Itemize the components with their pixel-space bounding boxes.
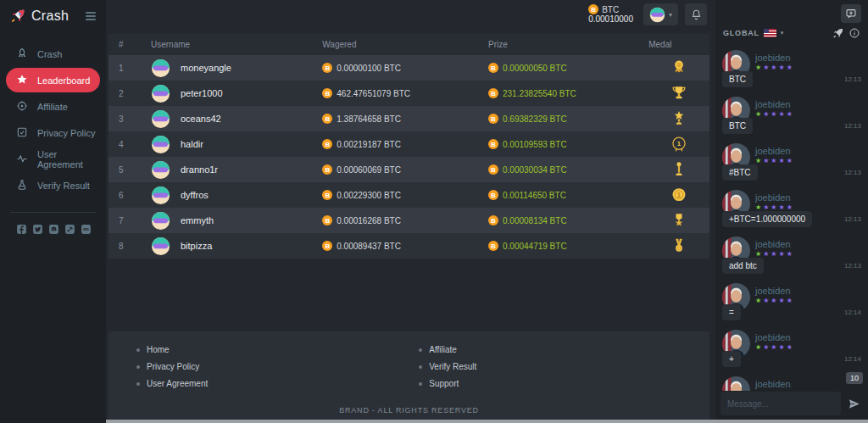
player-avatar <box>151 211 170 231</box>
chat-username[interactable]: joebiden <box>755 332 794 342</box>
player-avatar <box>151 135 170 154</box>
btc-coin-icon: B <box>588 4 598 14</box>
chat-bubble: +BTC=1.000000000 <box>722 211 812 227</box>
chat-input[interactable] <box>721 392 841 415</box>
horizontal-scrollbar[interactable] <box>106 420 868 423</box>
svg-text:MD: MD <box>83 227 89 231</box>
chat-avatar <box>722 376 750 391</box>
btc-coin-icon: B <box>488 190 498 200</box>
user-rating-stars: ★★★★★ <box>755 297 794 304</box>
prize-cell: B0.00114650 BTC <box>488 190 648 200</box>
footer-link-home[interactable]: Home <box>136 345 419 354</box>
chat-username[interactable]: joebiden <box>755 239 794 249</box>
pulse-icon <box>16 153 28 166</box>
message-timestamp: 12:14 <box>844 355 861 363</box>
player-avatar <box>151 84 170 103</box>
brand-logo[interactable]: Crash <box>0 0 106 27</box>
chat-username[interactable]: joebiden <box>755 286 794 296</box>
footer-link-support[interactable]: Support <box>419 379 476 388</box>
chat-username[interactable]: joebiden <box>755 146 794 156</box>
btc-coin-icon: B <box>322 88 332 98</box>
brand-name: Crash <box>31 8 69 24</box>
btc-coin-icon: B <box>322 63 332 73</box>
medium-icon[interactable]: MD <box>81 224 92 235</box>
leaderboard-table: # Username Wagered Prize Medal 1moneyang… <box>108 34 709 259</box>
sidebar-item-crash[interactable]: Crash <box>0 41 106 67</box>
btc-coin-icon: B <box>322 164 332 175</box>
sidebar-item-privacy-policy[interactable]: Privacy Policy <box>0 120 106 146</box>
wagered-cell: B462.47651079 BTC <box>322 88 488 98</box>
table-row: 3oceans42B1.38764658 BTCB0.69382329 BTC <box>108 106 709 131</box>
chat-panel: GLOBAL ▾ joebiden★★★★★BTC12:13joebiden★★… <box>715 0 868 423</box>
bullet-icon <box>419 348 422 352</box>
chat-toggle-button[interactable] <box>841 4 861 23</box>
footer-links-left: HomePrivacy PolicyUser Agreement <box>136 345 419 396</box>
prize-cell: B0.00000050 BTC <box>488 63 648 73</box>
table-row: 6dyffrosB0.00229300 BTCB0.00114650 BTC1 <box>108 182 709 208</box>
profile-menu-button[interactable]: ▾ <box>643 3 678 25</box>
col-medal: Medal <box>648 40 709 49</box>
medal-circle-one-icon: 1 <box>648 135 709 153</box>
us-flag-icon[interactable] <box>764 29 776 37</box>
player-avatar <box>151 237 170 256</box>
table-row: 7emmythB0.00016268 BTCB0.00008134 BTC <box>108 208 709 233</box>
message-timestamp: 12:13 <box>844 262 861 270</box>
flask-icon <box>16 179 28 192</box>
twitter-icon[interactable] <box>32 224 43 235</box>
sidebar-item-label: Affiliate <box>37 102 68 112</box>
chat-rocket-icon[interactable] <box>832 27 844 39</box>
wagered-cell: B0.00060069 BTC <box>322 164 488 175</box>
user-rating-stars: ★★★★★ <box>755 203 794 211</box>
prize-cell: B0.69382329 BTC <box>488 114 648 124</box>
chevron-down-icon: ▾ <box>781 30 784 36</box>
sidebar-item-user-agreement[interactable]: User Agreement <box>0 146 106 172</box>
info-icon[interactable] <box>849 27 860 39</box>
menu-toggle-icon[interactable] <box>84 10 97 22</box>
btc-coin-icon: B <box>488 164 498 175</box>
steam-icon[interactable] <box>64 224 75 235</box>
chat-username[interactable]: joebiden <box>755 53 794 63</box>
balance-currency: BTC <box>602 5 619 15</box>
unread-badge[interactable]: 10 <box>846 372 863 384</box>
chat-messages[interactable]: joebiden★★★★★BTC12:13joebiden★★★★★BTC12:… <box>715 45 868 391</box>
footer-link-privacy-policy[interactable]: Privacy Policy <box>136 362 419 371</box>
player-avatar <box>151 58 170 78</box>
medal-ribbon-medal-icon <box>648 237 709 255</box>
footer-link-verify-result[interactable]: Verify Result <box>419 362 476 371</box>
checkbox-icon <box>16 126 28 140</box>
user-rating-stars: ★★★★★ <box>755 390 794 391</box>
footer-link-affiliate[interactable]: Affiliate <box>419 345 476 354</box>
facebook-icon[interactable] <box>16 224 27 235</box>
btc-coin-icon: B <box>322 114 332 124</box>
chat-message: joebiden★★★★★BTC12:13 <box>722 50 861 92</box>
sidebar-item-affiliate[interactable]: Affiliate <box>0 93 106 120</box>
svg-text:1: 1 <box>677 191 682 199</box>
rocket-logo-icon <box>10 8 26 24</box>
chat-username[interactable]: joebiden <box>755 192 794 203</box>
chat-channel-label[interactable]: GLOBAL <box>723 29 760 37</box>
bullet-icon <box>136 365 140 369</box>
send-button[interactable] <box>843 392 865 415</box>
chat-username[interactable]: joebiden <box>755 379 794 389</box>
btc-coin-icon: B <box>488 241 498 251</box>
notifications-button[interactable] <box>685 3 707 25</box>
username-cell: peter1000 <box>151 84 322 103</box>
table-row: 4haldirB0.00219187 BTCB0.00109593 BTC1 <box>108 131 709 157</box>
col-username: Username <box>151 40 322 49</box>
chat-message: joebiden★★★★★=12:14 <box>722 283 861 326</box>
btc-coin-icon: B <box>322 139 332 149</box>
table-header: # Username Wagered Prize Medal <box>108 34 709 55</box>
footer-link-user-agreement[interactable]: User Agreement <box>136 379 419 388</box>
sidebar-item-verify-result[interactable]: Verify Result <box>0 172 106 198</box>
user-avatar <box>649 7 665 23</box>
chat-bubble-plus-icon <box>845 8 857 19</box>
chat-bubble: = <box>722 304 741 320</box>
chat-bubble: BTC <box>722 71 753 87</box>
user-rating-stars: ★★★★★ <box>755 157 794 164</box>
discord-icon[interactable] <box>48 224 59 235</box>
sidebar-item-leaderboard[interactable]: Leaderboard <box>6 68 100 92</box>
chat-username[interactable]: joebiden <box>755 99 794 109</box>
medal-column-trophy-icon <box>648 160 709 179</box>
user-rating-stars: ★★★★★ <box>755 110 794 118</box>
username-cell: haldir <box>151 135 322 154</box>
